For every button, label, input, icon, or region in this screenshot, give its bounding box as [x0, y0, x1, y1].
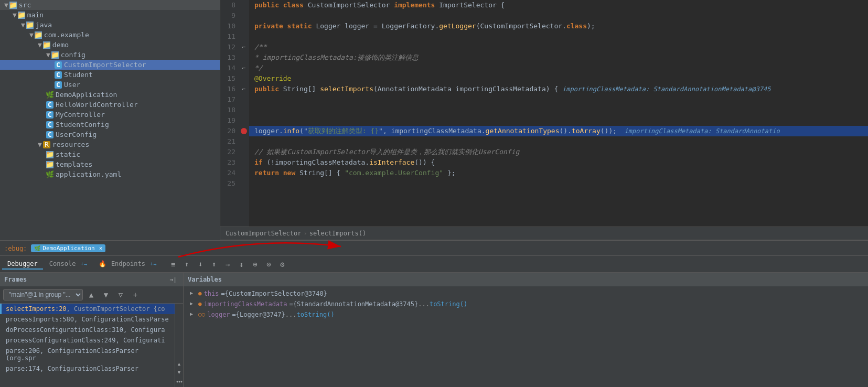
mute-breakpoints-btn[interactable]: ⊗: [262, 258, 275, 271]
var-dots-logger: ...: [285, 311, 297, 318]
inline-hint-20: importingClassMetadata: StandardAnnotati…: [617, 127, 780, 135]
sidebar-item-src[interactable]: ▼ 📁 src: [0, 0, 220, 10]
scroll-options-btn[interactable]: [176, 377, 183, 387]
sidebar-item-student[interactable]: C Student: [0, 70, 220, 80]
var-tostring-logger[interactable]: toString(): [296, 311, 334, 318]
step-over-btn[interactable]: ⬆: [180, 258, 193, 271]
frame-1: processImports:580, ConfigurationClassPa…: [6, 316, 169, 323]
code-line-16: public String[] selectImports(Annotation…: [249, 84, 868, 94]
tab-endpoints[interactable]: 🔥 Endpoints +→: [93, 259, 162, 270]
gutter-17: [239, 94, 249, 105]
arrow-icon: ▼: [4, 1, 8, 9]
arrow-icon: ▼: [38, 141, 42, 148]
gutter-20: [239, 126, 249, 136]
line-num-14: 14: [220, 63, 235, 73]
breadcrumb-method: selectImports(): [309, 230, 366, 237]
var-item-logger[interactable]: ▶ ○○ logger = {Logger@3747} ... toString…: [184, 309, 868, 320]
sidebar-item-my-controller[interactable]: C MyController: [0, 110, 220, 120]
code-line-21: [249, 136, 868, 147]
top-area: ▼ 📁 src ▼ 📁 main ▼ 📁 java ▼ 📁 com.exampl…: [0, 0, 868, 240]
rerun-btn[interactable]: ≡: [167, 258, 179, 271]
line-num-8: 8: [220, 0, 235, 10]
endpoints-plus-icon: +→: [150, 261, 156, 267]
inline-hint-16: importingClassMetadata: StandardAnnotati…: [562, 85, 770, 93]
sidebar-item-static[interactable]: 📁 static: [0, 149, 220, 159]
debug-session-bar: :ebug: 🌿 DemoApplication ×: [0, 241, 868, 256]
spring-icon: 🌿: [46, 91, 53, 99]
gutter-11: [239, 31, 249, 42]
variables-panel: Variables ▶ ● this = {CustomImportSelect…: [184, 273, 868, 387]
var-item-this[interactable]: ▶ ● this = {CustomImportSelector@3740}: [184, 288, 868, 299]
sidebar-item-demo[interactable]: ▼ 📁 demo: [0, 40, 220, 50]
debug-app-name: DemoApplication: [42, 245, 94, 252]
sidebar-item-student-config[interactable]: C StudentConfig: [0, 120, 220, 130]
scroll-up-btn[interactable]: ▲: [175, 360, 184, 368]
frame-item-0[interactable]: selectImports:20, CustomImportSelector {…: [0, 304, 175, 314]
sidebar-item-java[interactable]: ▼ 📁 java: [0, 20, 220, 30]
sidebar-item-application-yaml[interactable]: 🌿 application.yaml: [0, 169, 220, 179]
settings-btn[interactable]: ⚙: [276, 258, 288, 271]
sidebar-item-demo-application[interactable]: 🌿 DemoApplication: [0, 90, 220, 100]
sidebar-item-com-example[interactable]: ▼ 📁 com.example: [0, 30, 220, 40]
gutter-9: [239, 10, 249, 21]
frame-2: doProcessConfigurationClass:310, Configu…: [6, 326, 165, 334]
main-layout: ▼ 📁 src ▼ 📁 main ▼ 📁 java ▼ 📁 com.exampl…: [0, 0, 868, 387]
sidebar-item-hello-world-controller[interactable]: C HelloWorldController: [0, 100, 220, 110]
folder-icon-com-example: 📁: [35, 31, 42, 39]
frame-item-1[interactable]: processImports:580, ConfigurationClassPa…: [0, 314, 175, 325]
frame-item-3[interactable]: processConfigurationClass:249, Configura…: [0, 335, 175, 346]
debug-app-tab[interactable]: 🌿 DemoApplication ×: [31, 244, 105, 252]
sidebar-item-resources[interactable]: ▼ R resources: [0, 139, 220, 149]
step-out-btn[interactable]: ⬆: [208, 258, 220, 271]
run-to-cursor-btn[interactable]: →: [221, 258, 234, 271]
frame-item-4[interactable]: parse:206, ConfigurationClassParser (org…: [0, 346, 175, 363]
sidebar-item-user-config[interactable]: C UserConfig: [0, 130, 220, 139]
frames-filter-btn[interactable]: ▽: [114, 288, 127, 301]
evaluate-btn[interactable]: ↕: [235, 258, 248, 271]
fold-icon-12[interactable]: ⌐: [242, 44, 246, 51]
sidebar-item-config[interactable]: ▼ 📁 config: [0, 50, 220, 60]
gutter-24: [239, 168, 249, 178]
thread-selector[interactable]: "main"@1 in group "...: [3, 289, 83, 300]
var-tostring-icm[interactable]: toString(): [430, 300, 467, 308]
step-into-btn[interactable]: ⬇: [194, 258, 207, 271]
frames-add-btn[interactable]: +: [129, 288, 142, 301]
tab-console[interactable]: Console +→: [44, 259, 92, 270]
frame-item-2[interactable]: doProcessConfigurationClass:310, Configu…: [0, 325, 175, 335]
var-value-logger: {Logger@3747}: [236, 311, 285, 318]
code-line-10: private static Logger logger = LoggerFac…: [249, 21, 868, 31]
frames-down-btn[interactable]: ▼: [100, 288, 112, 301]
folder-icon-main: 📁: [18, 12, 25, 19]
editor: 8 9 10 11 12 13 14 15 16 17 18 19 20 21 …: [220, 0, 868, 240]
ellipsis-icon: [176, 379, 183, 385]
frame-item-5[interactable]: parse:174, ConfigurationClassParser: [0, 363, 175, 374]
frames-list: selectImports:20, CustomImportSelector {…: [0, 304, 175, 387]
folder-icon-static: 📁: [46, 151, 53, 158]
debug-close-btn[interactable]: ×: [99, 245, 103, 252]
sidebar-item-user[interactable]: C User: [0, 80, 220, 90]
gutter: ⌐ ⌐ ⌐: [239, 0, 249, 227]
debug-panel: :ebug: 🌿 DemoApplication × Debugger Cons…: [0, 240, 868, 387]
fold-icon-14[interactable]: ⌐: [242, 65, 246, 72]
breadcrumb: CustomImportSelector › selectImports(): [220, 227, 868, 240]
sidebar-item-custom-import-selector[interactable]: C CustomImportSelector: [0, 60, 220, 70]
breakpoint-20[interactable]: [241, 128, 247, 134]
var-item-icm[interactable]: ▶ ● importingClassMetadata = {StandardAn…: [184, 299, 868, 309]
gutter-25: [239, 178, 249, 189]
svg-point-0: [176, 381, 178, 383]
fold-icon-16[interactable]: ⌐: [242, 86, 246, 93]
tab-debugger[interactable]: Debugger: [2, 259, 43, 270]
view-breakpoints-btn[interactable]: ⊕: [249, 258, 261, 271]
sidebar-item-label: MyController: [56, 111, 105, 119]
scroll-down-btn[interactable]: ▼: [175, 368, 184, 377]
breadcrumb-file: CustomImportSelector: [226, 230, 302, 237]
code-line-18: [249, 105, 868, 115]
frames-pin-icon[interactable]: →|: [170, 276, 177, 283]
code-line-23: if (!importingClassMetadata.isInterface(…: [249, 157, 868, 168]
sidebar-item-main[interactable]: ▼ 📁 main: [0, 10, 220, 20]
code-line-20: logger.info("获取到的注解类型: {}", importingCla…: [249, 126, 868, 136]
frame-method-0: selectImports:20: [6, 305, 67, 313]
sidebar-item-label: java: [36, 21, 52, 29]
frames-up-btn[interactable]: ▲: [85, 288, 98, 301]
sidebar-item-templates[interactable]: 📁 templates: [0, 159, 220, 169]
